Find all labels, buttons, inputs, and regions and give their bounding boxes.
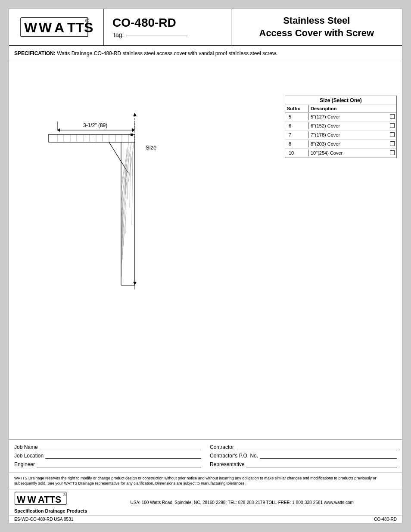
list-item: 5 5"(127) Cover [285,112,396,121]
size-table-subheader: Suffix Description [285,105,396,112]
suffix-cell: 8 [285,140,309,147]
svg-line-35 [128,152,128,199]
checkbox-cell [388,114,396,120]
svg-marker-52 [133,113,137,116]
list-item: 8 8"(203) Cover [285,140,396,149]
size-table-container: Size (Select One) Suffix Description 5 5… [285,96,397,302]
engineer-label: Engineer [14,461,35,467]
checkbox-cell [388,150,396,156]
bottom-logo-area: W W ATTS ® Specification Drainage Produc… [14,491,87,513]
svg-marker-9 [57,128,60,132]
svg-line-37 [132,154,133,225]
job-name-line [40,443,201,450]
bottom-contact: USA: 100 Watts Road, Spindale, NC, 28160… [87,500,397,505]
svg-text:W: W [24,20,37,35]
svg-text:3-1/2" (89): 3-1/2" (89) [83,122,107,128]
job-location-line [45,452,201,459]
svg-marker-10 [132,128,135,132]
field-row-1: Job Name Contractor [14,443,397,450]
footer-fields: Job Name Contractor Job Location Contrac… [9,439,402,473]
footer-right: CO-480-RD [374,517,397,522]
col-desc-header: Description [309,105,396,112]
suffix-cell: 6 [285,122,309,129]
suffix-cell: 10 [285,149,309,156]
suffix-cell: 5 [285,113,309,120]
list-item: 6 6"(152) Cover [285,121,396,131]
svg-text:A: A [54,20,64,35]
tag-label: Tag: [112,31,124,38]
diagram-container: 3-1/2" (89) [14,70,276,302]
watts-logo: W W A TTS ® [20,14,93,40]
size-table-title: Size (Select One) [285,96,396,105]
desc-cell: 7"(178) Cover [309,131,388,138]
list-item: 7 7"(178) Cover [285,131,396,140]
contractor-line [236,443,397,450]
checkbox-icon [390,114,395,119]
col-suffix-header: Suffix [285,105,309,112]
field-row-3: Engineer Representative [14,460,397,467]
svg-text:®: ® [63,493,66,497]
suffix-cell: 7 [285,131,309,138]
tag-line: Tag: [112,31,222,38]
header-title-section: Stainless Steel Access Cover with Screw [231,9,402,45]
svg-line-29 [109,142,128,173]
svg-line-31 [122,142,129,182]
tag-input-line [126,35,187,35]
svg-text:TTS: TTS [67,20,93,35]
engineer-line [37,460,201,467]
job-location-label: Job Location [14,453,44,459]
svg-text:W: W [39,20,52,35]
spec-drain-label: Specification Drainage Products [14,508,87,513]
desc-cell: 10"(254) Cover [309,149,388,156]
main-content: 3-1/2" (89) [9,61,402,373]
list-item: 10 10"(254) Cover [285,149,396,158]
contractor-po-label: Contractor's P.O. No. [210,453,258,459]
checkbox-icon [390,132,395,137]
desc-cell: 8"(203) Cover [309,140,388,147]
spacer [9,373,402,439]
page-footer: ES-WD-CO-480-RD USA 0531 CO-480-RD [9,515,402,523]
svg-line-44 [121,169,127,216]
checkbox-cell [388,123,396,129]
contractor-label: Contractor [210,444,234,450]
representative-field: Representative [210,460,397,467]
contractor-po-field: Contractor's P.O. No. [210,452,397,459]
header: W W A TTS ® CO-480-RD Tag: Stainless Ste… [9,9,402,46]
job-name-label: Job Name [14,444,38,450]
engineer-field: Engineer [14,460,201,467]
checkbox-cell [388,132,396,138]
checkbox-icon [390,150,395,155]
svg-line-36 [130,154,131,208]
product-title: Stainless Steel Access Cover with Screw [259,15,374,39]
job-location-field: Job Location [14,452,201,459]
size-table-rows: 5 5"(127) Cover 6 6"(152) Cover 7 7"(178… [285,112,396,158]
model-number: CO-480-RD [112,16,222,30]
disclaimer-paragraph: WATTS Drainage reserves the right to mod… [14,476,397,486]
contractor-po-line [260,452,397,459]
checkbox-cell [388,141,396,147]
checkbox-icon [390,141,395,146]
svg-text:®: ® [85,18,89,24]
spec-text: Watts Drainage CO-480-RD stainless steel… [57,50,277,56]
svg-text:W: W [17,495,26,505]
svg-text:W: W [28,495,37,505]
representative-label: Representative [210,461,245,467]
diagram-area: 3-1/2" (89) [14,70,397,302]
size-table: Size (Select One) Suffix Description 5 5… [285,96,397,158]
svg-rect-25 [131,134,133,136]
spec-line: SPECIFICATION: Watts Drainage CO-480-RD … [9,46,402,61]
job-name-field: Job Name [14,443,201,450]
header-model-section: CO-480-RD Tag: [104,9,231,45]
svg-text:Size: Size [146,144,156,151]
svg-line-33 [128,142,134,182]
bottom-watts-logo: W W ATTS ® [14,491,70,508]
product-diagram: 3-1/2" (89) [14,78,221,302]
bottom-bar: W W ATTS ® Specification Drainage Produc… [9,489,402,515]
desc-cell: 6"(152) Cover [309,122,388,129]
spec-label: SPECIFICATION: [14,50,56,56]
disclaimer-section: WATTS Drainage reserves the right to mod… [9,473,402,489]
header-logo-section: W W A TTS ® [9,9,104,45]
checkbox-icon [390,123,395,128]
desc-cell: 5"(127) Cover [309,113,388,120]
footer-left: ES-WD-CO-480-RD USA 0531 [14,517,73,522]
